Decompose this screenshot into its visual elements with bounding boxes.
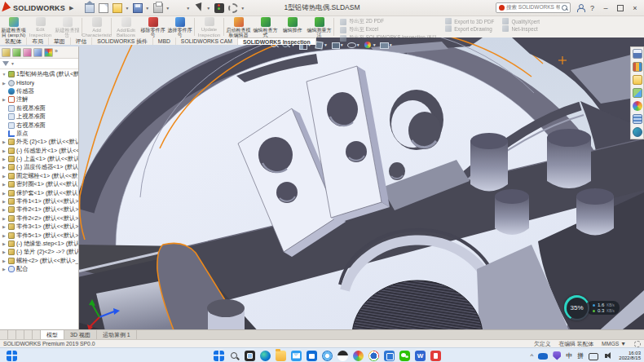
restore-button[interactable] <box>617 5 624 11</box>
tree-item[interactable]: ▶零件2<1> (默认<<默认>_显示状态 <box>0 205 78 214</box>
display-icon[interactable] <box>589 353 598 360</box>
save-caret-icon[interactable]: ▼ <box>145 6 149 11</box>
file-explorer-icon[interactable] <box>276 351 286 361</box>
tray-chevron[interactable]: ^ <box>531 352 534 360</box>
expander-icon[interactable]: ▶ <box>2 139 7 144</box>
view-settings-caret-icon[interactable]: ▼ <box>389 42 393 47</box>
expander-icon[interactable]: ▶ <box>2 249 7 254</box>
viewport-3d[interactable] <box>0 38 644 334</box>
expander-icon[interactable]: ▶ <box>2 267 7 272</box>
edge-icon[interactable] <box>260 351 271 361</box>
chrome-icon[interactable] <box>368 351 379 361</box>
tab-草图[interactable]: 草图 <box>49 38 71 45</box>
units-selector[interactable]: MMGS ▼ <box>602 341 626 347</box>
panel-tab-displaymanager[interactable] <box>44 48 53 57</box>
onedrive-icon[interactable] <box>538 353 548 360</box>
view-settings-icon[interactable] <box>380 41 388 49</box>
view-orientation-caret-icon[interactable]: ▼ <box>324 42 328 47</box>
tree-item[interactable]: ▶螺栓<2> (默认<<默认>_显示状态 <box>0 257 78 265</box>
tab-装配体[interactable]: 装配体 <box>0 38 27 45</box>
display-style-group[interactable]: ▼ <box>331 41 344 49</box>
hide-show-items-group[interactable]: ▼ <box>347 41 360 49</box>
expander-icon[interactable]: ▶ <box>2 182 7 187</box>
mail-icon[interactable] <box>291 351 302 361</box>
pointer-icon[interactable] <box>194 3 204 13</box>
export-item[interactable]: 导出至 2D PDF <box>340 18 437 25</box>
tree-item[interactable]: ▶零件5<1> (默认<<默认>_显示状态 <box>0 231 78 239</box>
tab-SOLIDWORKS 插件[interactable]: SOLIDWORKS 插件 <box>92 38 153 45</box>
home-icon[interactable] <box>85 3 95 13</box>
splitter-tab[interactable] <box>24 330 33 339</box>
splitter-tab[interactable] <box>8 330 16 339</box>
open-icon[interactable] <box>112 3 122 13</box>
expander-icon[interactable]: ▶ <box>2 157 7 161</box>
options-caret-icon[interactable]: ▼ <box>240 6 245 11</box>
expander-icon[interactable]: ▶ <box>2 207 7 212</box>
expander-icon[interactable]: ▶ <box>2 97 7 102</box>
expander-icon[interactable]: ▶ <box>2 233 7 238</box>
stud-2[interactable] <box>547 129 591 188</box>
tab-布局[interactable]: 布局 <box>27 38 49 45</box>
close-button[interactable]: × <box>629 4 641 12</box>
edit-appearance-icon[interactable] <box>364 41 372 49</box>
taskbar-clock[interactable]: 16:03 2022/8/15 <box>619 351 641 361</box>
ime-language[interactable]: 中 <box>566 351 572 360</box>
tree-item[interactable]: ▶保护套<1> (默认<<默认>_显示状态 <box>0 188 78 196</box>
export-item[interactable]: QualityXpert <box>502 18 540 24</box>
panel-tab-overflow[interactable]: » <box>55 48 58 57</box>
edit-inspection-method-button[interactable]: 编辑检查方式 <box>252 16 279 38</box>
model-tab-运动算例 1[interactable]: 运动算例 1 <box>97 330 137 339</box>
counterbore-hole[interactable] <box>390 90 443 150</box>
tree-item[interactable]: ▶密封圈<1> (默认<<默认>_显示状态 <box>0 180 78 188</box>
expander-icon[interactable]: ▶ <box>2 258 7 263</box>
settings-wheel-icon[interactable] <box>353 351 364 361</box>
print-icon[interactable] <box>153 3 163 13</box>
expander-icon[interactable]: ▶ <box>2 81 7 86</box>
select-balloons-button[interactable]: 选择零件序号 <box>166 16 193 38</box>
expander-icon[interactable]: ▶ <box>2 148 7 153</box>
tree-item[interactable]: 传感器 <box>0 87 78 95</box>
tab-SOLIDWORKS CAM[interactable]: SOLIDWORKS CAM <box>176 38 238 45</box>
expander-icon[interactable]: ▶ <box>2 174 7 179</box>
view-settings-group[interactable]: ▼ <box>380 41 393 49</box>
stud-3[interactable] <box>495 189 529 235</box>
tab-SOLIDWORKS Inspection[interactable]: SOLIDWORKS Inspection <box>238 38 316 45</box>
view-palette-icon[interactable] <box>633 88 642 98</box>
speaker-icon[interactable] <box>603 351 614 361</box>
menu-flyout-arrow[interactable]: ▶ <box>69 5 73 11</box>
export-item[interactable]: 导出至 Excel <box>340 26 437 33</box>
panel-tab-configurationmanager[interactable] <box>23 48 32 57</box>
export-item[interactable]: 导出至 SOLIDWORKS Inspection 项目 <box>340 34 437 42</box>
hide-show-items-icon[interactable] <box>347 41 355 49</box>
display-style-icon[interactable] <box>331 41 339 49</box>
solidworks-logo[interactable]: SOLIDWORKS ▶ <box>3 2 73 13</box>
search-icon[interactable] <box>562 5 567 11</box>
display-style-caret-icon[interactable]: ▼ <box>340 42 344 47</box>
edit-appearance-group[interactable]: ▼ <box>364 41 377 49</box>
hide-show-items-caret-icon[interactable]: ▼ <box>356 42 360 47</box>
search-icon[interactable] <box>229 351 240 361</box>
remove-balloons-button[interactable]: 移除零件序号 <box>139 16 166 38</box>
ime-mode[interactable]: 拼 <box>577 351 584 360</box>
qq-icon[interactable] <box>337 351 348 361</box>
splitter-tab[interactable] <box>0 330 8 339</box>
search-box[interactable]: 搜索 SOLIDWORKS 帮助 <box>496 2 571 13</box>
add-characteristic-button[interactable]: Add Characteristic <box>83 16 110 38</box>
tree-item[interactable]: ▶History <box>0 78 78 86</box>
tree-item[interactable]: 上视基准面 <box>0 113 78 121</box>
tree-root[interactable]: ▼1型铝铸热电偶 (默认<默认_显示状态-1> <box>0 70 78 78</box>
edit-inspection-project-button[interactable]: Edit Inspection Project <box>27 16 54 38</box>
appearances-scenes-icon[interactable] <box>633 101 642 111</box>
windows-start-icon[interactable] <box>214 351 224 361</box>
panel-tab-dimxpertmanager[interactable] <box>33 48 42 57</box>
view-orientation-group[interactable]: ▼ <box>315 41 328 49</box>
undo-icon[interactable] <box>174 3 183 13</box>
login-user-icon[interactable] <box>576 4 584 12</box>
tree-item[interactable]: ▶零件1<1> (默认<<默认>_显示状态< <box>0 197 78 205</box>
edit-measurement-method-button[interactable]: 编辑测量方法 <box>306 16 333 38</box>
options-icon[interactable] <box>228 3 238 13</box>
root-expander-icon[interactable]: ▼ <box>2 72 7 77</box>
tree-item[interactable]: ▶固定螺栓<1> (默认<<默认>_显示状 <box>0 172 78 180</box>
tree-item[interactable]: ▶(-) 温度传感器<1> (默认<<默认>_显 <box>0 163 78 171</box>
tree-item[interactable]: ▶零件2<2> (默认<<默认>_显示状态 <box>0 214 78 223</box>
